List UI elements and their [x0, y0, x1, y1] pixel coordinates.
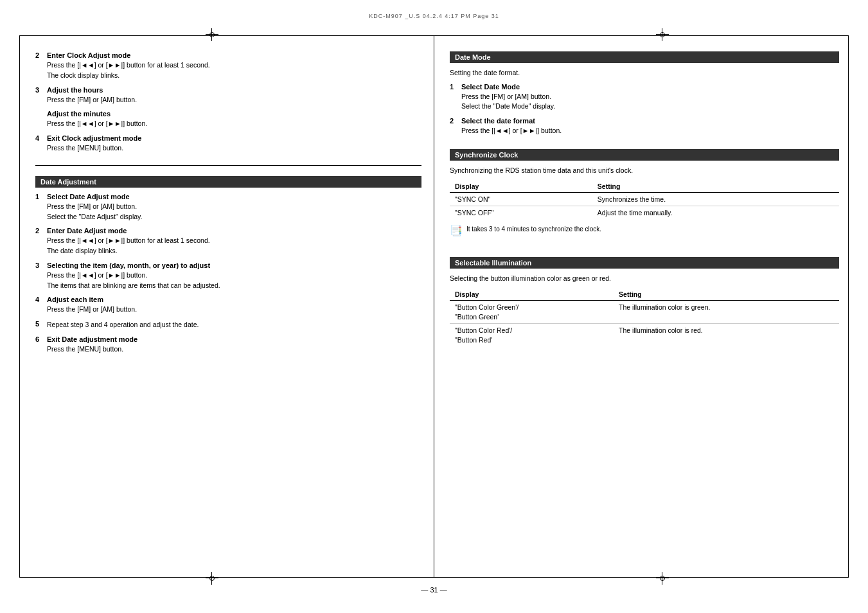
da-step-1-title: Select Date Adjust mode: [47, 193, 421, 200]
da-step-6-detail: Press the [MENU] button.: [47, 344, 421, 355]
step-2-detail-1: Press the [|◄◄] or [►►|] button for at l…: [47, 60, 421, 71]
da-step-5-title: Repeat step 3 and 4 operation and adjust…: [47, 320, 421, 330]
page: KDC-M907 _U.S 04.2.4 4:17 PM Page 31 2 E…: [0, 0, 868, 613]
illum-row1-display: "Button Color Green'/"Button Green': [450, 301, 614, 324]
table-row: "Button Color Red'/"Button Red' The illu…: [450, 324, 839, 347]
illumination-section: Selectable Illumination Selecting the bu…: [450, 257, 839, 346]
step-2-detail-2: The clock display blinks.: [47, 71, 421, 81]
sync-note-box: 📑 It takes 3 to 4 minutes to synchronize…: [450, 225, 839, 238]
dm-step-2-number: 2: [450, 117, 461, 136]
da-step-6-content: Exit Date adjustment mode Press the [MEN…: [47, 335, 421, 355]
da-step-3-detail-1: Press the [|◄◄] or [►►|] button.: [47, 271, 421, 281]
step-3-detail-1: Press the [FM] or [AM] button.: [47, 95, 421, 105]
table-row: "Button Color Green'/"Button Green' The …: [450, 301, 839, 324]
step-3-substep: Adjust the minutes Press the [|◄◄] or [►…: [47, 110, 421, 129]
date-mode-section: Date Mode Setting the date format. 1 Sel…: [450, 51, 839, 136]
sync-row1-display: "SYNC ON": [450, 192, 592, 206]
step-3-number: 3: [35, 86, 47, 130]
left-column: 2 Enter Clock Adjust mode Press the [|◄◄…: [35, 51, 421, 562]
step-4-detail: Press the [MENU] button.: [47, 143, 421, 154]
da-step-5: 5 Repeat step 3 and 4 operation and adju…: [35, 320, 421, 330]
clock-adjust-section: 2 Enter Clock Adjust mode Press the [|◄◄…: [35, 51, 421, 154]
sync-row2-setting: Adjust the time manually.: [592, 206, 839, 220]
dm-step-1-title: Select Date Mode: [461, 83, 839, 91]
da-step-1-detail-1: Press the [FM] or [AM] button.: [47, 202, 421, 212]
da-step-3: 3 Selecting the item (day, month, or yea…: [35, 262, 421, 291]
right-column: Date Mode Setting the date format. 1 Sel…: [450, 51, 839, 562]
step-3-title: Adjust the hours: [47, 86, 421, 94]
dm-step-2: 2 Select the date format Press the [|◄◄]…: [450, 117, 839, 136]
sync-clock-intro: Synchronizing the RDS station time data …: [450, 166, 839, 175]
sync-table-col1-header: Display: [450, 181, 592, 193]
crosshair-bottom-left: [206, 572, 218, 585]
da-step-4-content: Adjust each item Press the [FM] or [AM] …: [47, 296, 421, 315]
table-row: "SYNC ON" Synchronizes the time.: [450, 192, 839, 206]
da-step-2-detail-1: Press the [|◄◄] or [►►|] button for at l…: [47, 236, 421, 246]
dm-step-1-detail-1: Press the [FM] or [AM] button.: [461, 92, 839, 102]
sync-clock-table: Display Setting "SYNC ON" Synchronizes t…: [450, 181, 839, 220]
sync-clock-header: Synchronize Clock: [450, 149, 839, 161]
step-2-title: Enter Clock Adjust mode: [47, 51, 421, 59]
da-step-3-number: 3: [35, 262, 47, 291]
da-step-5-number: 5: [35, 320, 47, 330]
dm-step-1-content: Select Date Mode Press the [FM] or [AM] …: [461, 83, 839, 112]
border-right: [848, 35, 849, 578]
da-step-6: 6 Exit Date adjustment mode Press the [M…: [35, 335, 421, 355]
sync-row2-display: "SYNC OFF": [450, 206, 592, 220]
step-3-substep-detail: Press the [|◄◄] or [►►|] button.: [47, 119, 421, 129]
table-row: "SYNC OFF" Adjust the time manually.: [450, 206, 839, 220]
dm-step-1-detail-2: Select the "Date Mode" display.: [461, 102, 839, 112]
date-adjustment-header: Date Adjustment: [35, 176, 421, 188]
step-4-title: Exit Clock adjustment mode: [47, 134, 421, 142]
sync-clock-section: Synchronize Clock Synchronizing the RDS …: [450, 149, 839, 238]
da-step-2-detail-2: The date display blinks.: [47, 246, 421, 256]
date-adjustment-section: Date Adjustment 1 Select Date Adjust mod…: [35, 176, 421, 355]
da-step-2-number: 2: [35, 227, 47, 256]
step-4: 4 Exit Clock adjustment mode Press the […: [35, 134, 421, 154]
da-step-4-detail: Press the [FM] or [AM] button.: [47, 305, 421, 315]
da-step-4-title: Adjust each item: [47, 296, 421, 303]
step-2-number: 2: [35, 51, 47, 81]
illum-row2-setting: The illumination color is red.: [614, 324, 839, 347]
dm-step-1-number: 1: [450, 83, 461, 112]
dm-step-2-title: Select the date format: [461, 117, 839, 125]
crosshair-top-right: [656, 28, 669, 41]
crosshair-bottom-right: [656, 572, 669, 585]
da-step-2-content: Enter Date Adjust mode Press the [|◄◄] o…: [47, 227, 421, 256]
da-step-6-number: 6: [35, 335, 47, 355]
step-4-content: Exit Clock adjustment mode Press the [ME…: [47, 134, 421, 154]
border-left: [19, 35, 20, 578]
da-step-2: 2 Enter Date Adjust mode Press the [|◄◄]…: [35, 227, 421, 256]
da-step-6-title: Exit Date adjustment mode: [47, 335, 421, 343]
step-3: 3 Adjust the hours Press the [FM] or [AM…: [35, 86, 421, 130]
header-text: KDC-M907 _U.S 04.2.4 4:17 PM Page 31: [369, 13, 499, 19]
step-3-substep-title: Adjust the minutes: [47, 110, 421, 118]
da-step-5-content: Repeat step 3 and 4 operation and adjust…: [47, 320, 421, 330]
note-icon: 📑: [450, 224, 463, 238]
da-step-2-title: Enter Date Adjust mode: [47, 227, 421, 235]
sync-table-col2-header: Setting: [592, 181, 839, 193]
illum-table-col2-header: Setting: [614, 289, 839, 301]
dm-step-2-detail: Press the [|◄◄] or [►►|] button.: [461, 126, 839, 136]
date-mode-header: Date Mode: [450, 51, 839, 63]
page-number: — 31 —: [421, 586, 447, 594]
date-mode-intro: Setting the date format.: [450, 68, 839, 78]
illumination-header: Selectable Illumination: [450, 257, 839, 269]
dm-step-1: 1 Select Date Mode Press the [FM] or [AM…: [450, 83, 839, 112]
da-step-1-content: Select Date Adjust mode Press the [FM] o…: [47, 193, 421, 222]
da-step-1: 1 Select Date Adjust mode Press the [FM]…: [35, 193, 421, 222]
step-3-content: Adjust the hours Press the [FM] or [AM] …: [47, 86, 421, 130]
sync-row1-setting: Synchronizes the time.: [592, 192, 839, 206]
illumination-intro: Selecting the button illumination color …: [450, 274, 839, 283]
da-step-1-detail-2: Select the "Date Adjust" display.: [47, 212, 421, 222]
illumination-table: Display Setting "Button Color Green'/"Bu…: [450, 289, 839, 347]
dm-step-2-content: Select the date format Press the [|◄◄] o…: [461, 117, 839, 136]
section-separator: [35, 165, 421, 166]
da-step-1-number: 1: [35, 193, 47, 222]
illum-row2-display: "Button Color Red'/"Button Red': [450, 324, 614, 347]
step-2-content: Enter Clock Adjust mode Press the [|◄◄] …: [47, 51, 421, 81]
illum-row1-setting: The illumination color is green.: [614, 301, 839, 324]
da-step-4-number: 4: [35, 296, 47, 315]
sync-note-text: It takes 3 to 4 minutes to synchronize t…: [466, 225, 601, 234]
da-step-3-detail-2: The items that are blinking are items th…: [47, 281, 421, 291]
